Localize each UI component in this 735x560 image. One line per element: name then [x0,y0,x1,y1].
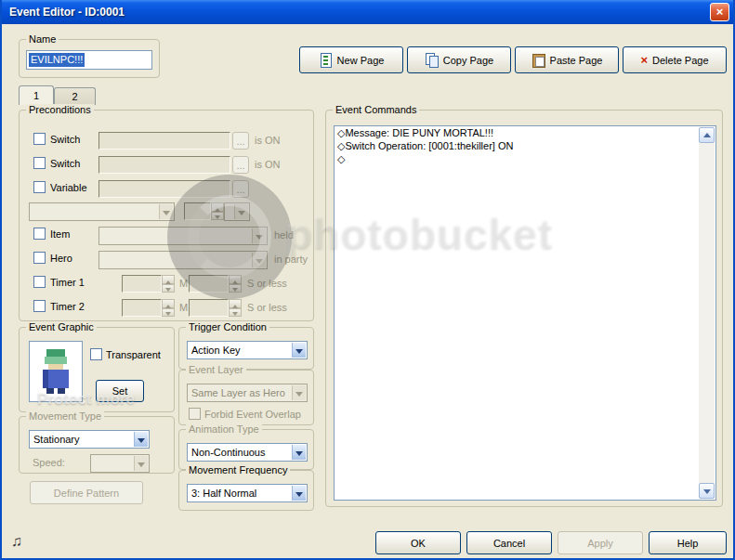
copy-page-button[interactable]: Copy Page [407,46,511,73]
speed-combo [90,454,150,473]
event-commands-scrollbar[interactable] [699,127,715,499]
timer2-checkbox[interactable] [33,300,46,312]
name-input[interactable]: EVILNPC!!! [26,50,152,70]
tab-page-2[interactable]: 2 [54,87,96,105]
spin-up-icon [162,275,175,284]
timer2-minutes-field [122,299,162,317]
dropdown-arrow-icon [292,343,306,358]
title-bar[interactable]: Event Editor - ID:0001 × [2,0,733,24]
close-button[interactable]: × [710,3,729,21]
timer2-minutes-suffix: M [179,302,188,314]
switch2-checkbox[interactable] [33,157,46,169]
help-button[interactable]: Help [649,531,727,554]
forbid-overlap-label: Forbid Event Overlap [204,409,301,421]
switch2-browse-label: ... [236,160,244,171]
timer1-seconds-spinner [189,275,242,293]
define-pattern-label: Define Pattern [54,488,119,499]
scroll-down-button[interactable] [699,483,715,499]
switch1-browse-label: ... [236,136,244,147]
trigger-condition-combo[interactable]: Action Key [187,341,308,359]
variable-compare-combo [224,202,250,221]
switch1-checkbox[interactable] [33,133,46,145]
timer2-seconds-field [189,299,229,317]
spin-down-icon [162,308,175,318]
help-label: Help [677,538,699,549]
preconditions-group: Preconditions Switch ... is ON Switch ..… [19,110,314,321]
switch1-suffix: is ON [255,135,281,147]
timer2-seconds-spinner [189,299,242,317]
movement-frequency-value: 3: Half Normal [191,488,256,499]
movement-type-group: Movement Type Stationary Speed: [19,416,175,474]
copy-page-label: Copy Page [443,55,493,66]
ok-button[interactable]: OK [375,531,461,554]
animation-type-value: Non-Continuous [191,447,266,458]
event-command-line[interactable]: ◇Message: DIE PUNY MORTAL!!! [335,126,699,139]
dropdown-arrow-icon [292,486,306,501]
timer1-minutes-spinner [122,275,175,293]
timer2-minutes-spinner [122,299,175,317]
animation-type-combo[interactable]: Non-Continuous [187,443,308,462]
ok-label: OK [411,538,426,549]
item-checkbox[interactable] [33,228,46,240]
event-graphic-preview[interactable] [29,341,83,402]
spin-up-icon [229,299,242,308]
spin-down-icon [162,284,175,293]
set-graphic-button[interactable]: Set [96,380,144,402]
transparent-checkbox[interactable] [90,348,102,360]
tab-page-1-label: 1 [33,90,39,101]
dropdown-arrow-icon [252,253,266,267]
variable-browse-label: ... [236,184,244,195]
switch1-browse-button: ... [232,132,249,150]
preconditions-label: Preconditions [26,104,94,116]
dropdown-arrow-icon [252,228,266,243]
variable-label: Variable [50,182,87,194]
event-commands-group: Event Commands ◇Message: DIE PUNY MORTAL… [325,110,723,507]
cancel-label: Cancel [493,538,525,549]
scroll-up-icon [703,133,711,137]
hero-suffix: in party [274,254,308,266]
tab-page-1[interactable]: 1 [19,85,54,105]
hero-checkbox[interactable] [33,252,46,264]
event-layer-group: Event Layer Same Layer as Hero Forbid Ev… [178,370,314,425]
timer1-checkbox[interactable] [33,276,46,288]
movement-frequency-group: Movement Frequency 3: Half Normal [178,470,314,511]
paste-page-icon [532,53,545,67]
timer2-suffix: S or less [247,302,287,314]
delete-page-label: Delete Page [652,55,709,66]
movement-type-combo[interactable]: Stationary [29,430,150,449]
name-group: Name EVILNPC!!! [19,39,160,78]
timer1-label: Timer 1 [50,277,85,289]
switch2-browse-button: ... [232,156,249,174]
dropdown-arrow-icon [134,432,148,447]
movement-type-label: Movement Type [26,410,104,423]
hero-combo [98,251,268,269]
name-group-label: Name [26,33,59,46]
spin-down-icon [229,308,242,318]
variable-operand-combo [29,202,175,221]
event-command-line[interactable]: ◇ [335,152,699,165]
switch1-field [98,132,230,150]
item-suffix: held [274,229,294,241]
timer2-label: Timer 2 [50,301,85,313]
new-page-label: New Page [337,55,385,66]
event-command-list[interactable]: ◇Message: DIE PUNY MORTAL!!! ◇Switch Ope… [334,125,716,501]
paste-page-button[interactable]: Paste Page [515,46,619,73]
new-page-button[interactable]: New Page [299,46,403,73]
event-command-line[interactable]: ◇Switch Operation: [0001:thekiller] ON [335,139,699,152]
event-editor-window: Event Editor - ID:0001 × Name EVILNPC!!!… [0,0,735,560]
event-graphic-label: Event Graphic [26,321,97,333]
event-layer-value: Same Layer as Hero [191,387,285,398]
spin-down-icon [229,284,242,293]
cancel-button[interactable]: Cancel [466,531,552,554]
timer1-seconds-field [189,275,229,293]
speed-label: Speed: [33,457,65,469]
variable-field [98,180,230,198]
switch1-label: Switch [50,134,80,146]
spin-up-icon [211,202,224,212]
variable-checkbox[interactable] [33,181,46,193]
delete-page-button[interactable]: × Delete Page [623,46,727,73]
scroll-up-button[interactable] [699,127,715,143]
item-combo [98,227,268,245]
dropdown-arrow-icon [234,204,248,219]
movement-frequency-combo[interactable]: 3: Half Normal [187,484,308,502]
